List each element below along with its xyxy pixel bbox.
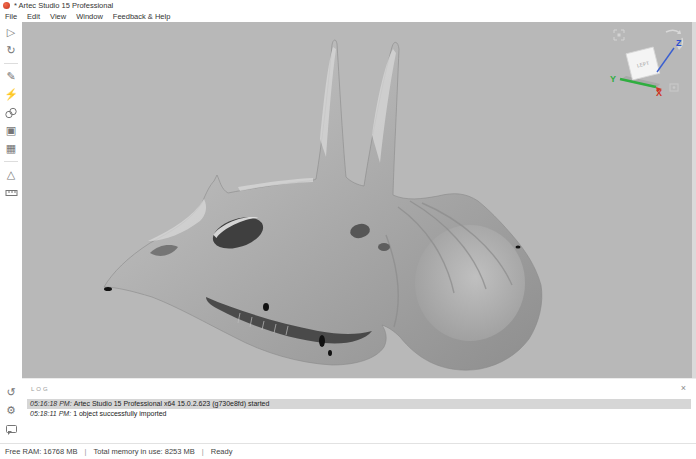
texture-icon[interactable]: ▣ — [2, 123, 20, 138]
free-ram-value: Free RAM: 16768 MB — [5, 447, 78, 456]
fit-view-icon[interactable] — [614, 30, 624, 40]
log-entry-text: Artec Studio 15 Professional x64 15.0.2.… — [74, 400, 270, 407]
toolbar-divider — [4, 161, 18, 162]
construct-icon[interactable]: △ — [2, 167, 20, 182]
scan-icon[interactable]: ▷ — [2, 25, 20, 40]
nav-cube-face[interactable]: LEFT — [626, 47, 660, 80]
measures-icon[interactable] — [2, 185, 20, 200]
menu-file[interactable]: File — [5, 12, 17, 21]
small-opening — [378, 243, 390, 251]
status-bar: Free RAM: 16768 MB | Total memory in use… — [0, 443, 696, 459]
menu-window[interactable]: Window — [76, 12, 103, 21]
log-entries: 05:16:18 PM:Artec Studio 15 Professional… — [27, 399, 691, 419]
log-entry-time: 05:18:11 PM: — [30, 410, 71, 417]
log-title: LOG — [31, 386, 50, 392]
log-entry[interactable]: 05:16:18 PM:Artec Studio 15 Professional… — [27, 399, 691, 409]
autopilot-icon[interactable]: ↻ — [2, 43, 20, 58]
log-panel: LOG × 05:16:18 PM:Artec Studio 15 Profes… — [22, 378, 696, 443]
memory-in-use-value: Total memory in use: 8253 MB — [93, 447, 194, 456]
viewport-3d[interactable]: LEFT Z Y X — [22, 22, 696, 378]
mesh-icon[interactable]: ▦ — [2, 141, 20, 156]
log-close-icon[interactable]: × — [681, 384, 686, 393]
status-separator: | — [85, 447, 87, 456]
log-entry-time: 05:16:18 PM: — [30, 400, 72, 407]
menu-bar: File Edit View Window Feedback & Help — [0, 11, 696, 22]
z-axis-line — [657, 48, 674, 72]
menu-feedback-help[interactable]: Feedback & Help — [113, 12, 171, 21]
title-bar: * Artec Studio 15 Professional — [0, 0, 696, 11]
projection-mode-icon[interactable] — [670, 84, 678, 91]
feedback-icon[interactable] — [2, 421, 20, 436]
left-toolbar: ▷ ↻ ✎ ⚡ ▣ ▦ △ ↺ ⚙ — [0, 22, 22, 443]
ready-status: Ready — [211, 447, 233, 456]
viewport-right-strip — [692, 22, 696, 378]
status-separator: | — [202, 447, 204, 456]
log-entry-text: 1 object successfully imported — [73, 410, 166, 417]
tools-icon[interactable]: ⚡ — [2, 87, 20, 102]
nav-cube-widget[interactable]: LEFT Z Y X — [604, 26, 688, 100]
history-icon[interactable]: ↺ — [2, 385, 20, 400]
frill-shading — [415, 225, 525, 341]
log-header: LOG × — [22, 379, 696, 397]
y-axis-label[interactable]: Y — [610, 74, 616, 84]
settings-icon[interactable]: ⚙ — [2, 403, 20, 418]
log-entry[interactable]: 05:18:11 PM:1 object successfully import… — [27, 409, 691, 419]
z-axis-label[interactable]: Z — [676, 38, 682, 48]
triceratops-skull-model[interactable] — [88, 35, 548, 375]
align-icon[interactable] — [2, 105, 20, 120]
toolbar-divider — [4, 63, 18, 64]
app-logo-icon — [3, 2, 10, 9]
window-title: * Artec Studio 15 Professional — [14, 1, 113, 10]
toolbar-bottom-group: ↺ ⚙ — [0, 385, 22, 439]
editor-icon[interactable]: ✎ — [2, 69, 20, 84]
menu-view[interactable]: View — [50, 12, 66, 21]
menu-edit[interactable]: Edit — [27, 12, 40, 21]
